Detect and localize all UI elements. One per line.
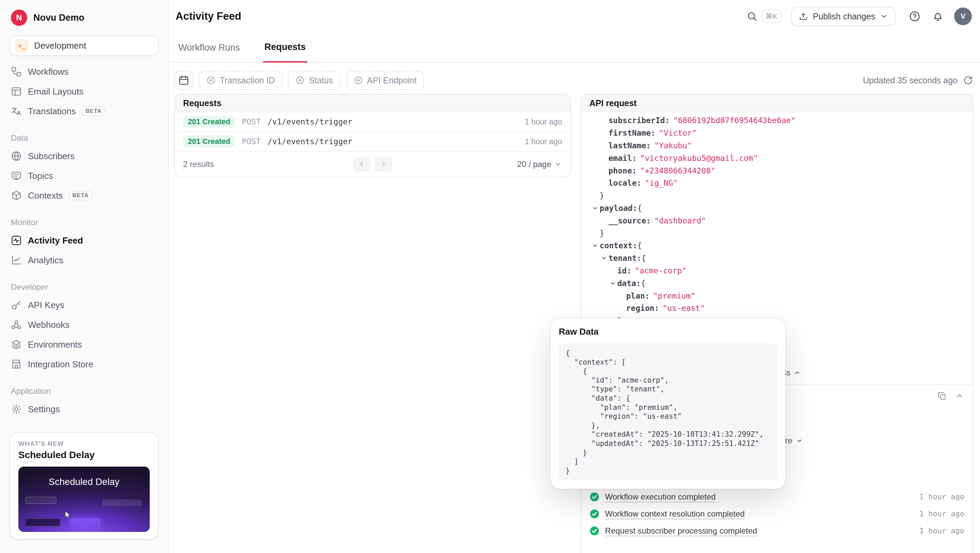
log-row: Workflow execution completed1 hour ago xyxy=(581,488,972,505)
terminal-icon: >_ xyxy=(15,39,29,52)
sidebar-item-label: Integration Store xyxy=(28,359,93,370)
collapse-section-button[interactable] xyxy=(955,391,964,400)
analytics-icon xyxy=(11,255,22,265)
beta-badge: BETA xyxy=(69,191,92,200)
whats-new-eyebrow: WHAT'S NEW xyxy=(18,440,150,448)
log-row: Workflow context resolution completed1 h… xyxy=(581,505,972,523)
chevron-down-icon[interactable] xyxy=(608,280,617,286)
filter-chip-api-endpoint[interactable]: API Endpoint xyxy=(346,71,424,90)
sidebar-item-label: Webhooks xyxy=(28,320,69,330)
sidebar-item-environments[interactable]: Environments xyxy=(0,335,168,354)
chevron-left-icon xyxy=(358,160,366,168)
table-row[interactable]: 201 CreatedPOST/v1/events/trigger1 hour … xyxy=(175,112,570,132)
activity-feed-icon xyxy=(11,235,22,246)
plus-circle-icon xyxy=(295,76,305,85)
page-size-select[interactable]: 20 / page xyxy=(517,159,562,169)
cursor-icon xyxy=(65,510,72,521)
next-page-button[interactable] xyxy=(375,157,392,172)
request-method: POST xyxy=(242,137,261,146)
workspace-switcher[interactable]: N Novu Demo xyxy=(0,0,168,31)
log-link[interactable]: Workflow context resolution completed xyxy=(605,509,745,519)
sidebar-item-translations[interactable]: TranslationsBETA xyxy=(0,101,168,121)
log-link[interactable]: Request subscriber processing completed xyxy=(605,526,757,536)
sidebar-item-settings[interactable]: Settings xyxy=(0,399,168,419)
search-button[interactable]: ⌘K xyxy=(746,10,782,23)
settings-icon xyxy=(11,404,22,415)
tab-workflow-runs[interactable]: Workflow Runs xyxy=(177,43,241,62)
beta-badge: BETA xyxy=(82,106,105,116)
sidebar-item-label: Subscribers xyxy=(28,151,75,162)
filter-chip-transaction-id[interactable]: Transaction ID xyxy=(199,71,282,90)
sidebar-item-label: Translations xyxy=(28,106,76,117)
integration-store-icon xyxy=(11,359,22,370)
sidebar-item-webhooks[interactable]: Webhooks xyxy=(0,315,168,335)
json-key: __source: xyxy=(608,216,651,225)
prev-page-button[interactable] xyxy=(353,157,371,172)
sidebar-item-activity-feed[interactable]: Activity Feed xyxy=(0,230,168,250)
log-link[interactable]: Workflow execution completed xyxy=(605,492,716,502)
email-layouts-icon xyxy=(11,86,22,97)
plus-circle-icon xyxy=(206,76,216,85)
requests-footer: 2 results 20 / page xyxy=(175,152,570,177)
chevron-down-icon[interactable] xyxy=(600,255,608,261)
json-line: email:"victoryakubu5@gmail.com" xyxy=(581,152,972,164)
json-key: email: xyxy=(608,154,637,162)
json-key: region: xyxy=(626,304,659,313)
refresh-button[interactable] xyxy=(963,75,973,85)
chevron-down-icon[interactable] xyxy=(591,205,600,211)
copy-icon xyxy=(937,391,947,400)
sidebar-item-label: Topics xyxy=(28,171,53,181)
json-brace: { xyxy=(641,279,646,288)
sidebar-item-analytics[interactable]: Analytics xyxy=(0,250,168,270)
thumbnail-decor xyxy=(70,518,100,526)
chevron-down-icon[interactable] xyxy=(591,243,600,249)
subscribers-icon xyxy=(11,151,22,162)
sidebar-item-workflows[interactable]: Workflows xyxy=(0,62,168,82)
novu-logo-icon: N xyxy=(11,10,27,26)
log-time: 1 hour ago xyxy=(920,526,964,535)
sidebar-item-api-keys[interactable]: API Keys xyxy=(0,295,168,315)
workflows-icon xyxy=(11,66,22,77)
raw-data-popover: Raw Data { "context": [ { "id": "acme-co… xyxy=(550,318,785,489)
json-line: } xyxy=(581,189,972,202)
api-keys-icon xyxy=(11,300,22,310)
json-brace: } xyxy=(600,191,605,200)
environment-switcher[interactable]: >_ Development xyxy=(10,35,159,56)
log-time: 1 hour ago xyxy=(920,510,964,518)
sidebar-item-topics[interactable]: Topics xyxy=(0,166,168,186)
sidebar-item-integration-store[interactable]: Integration Store xyxy=(0,354,168,374)
json-brace: { xyxy=(641,254,646,262)
json-line: data:{ xyxy=(581,277,972,289)
publish-changes-button[interactable]: Publish changes xyxy=(791,7,896,26)
sidebar-item-contexts[interactable]: ContextsBETA xyxy=(0,186,168,205)
json-value: "dashboard" xyxy=(654,216,706,225)
notifications-button[interactable] xyxy=(928,7,947,26)
whats-new-card[interactable]: WHAT'S NEW Scheduled Delay Scheduled Del… xyxy=(10,432,159,539)
log-row: Request subscriber processing completed1… xyxy=(581,523,972,539)
sidebar: N Novu Demo >_ Development WorkflowsEmai… xyxy=(0,0,169,553)
sidebar-item-subscribers[interactable]: Subscribers xyxy=(0,146,168,166)
json-value: "6806192bd87f6954643be6ae" xyxy=(673,116,795,125)
table-row[interactable]: 201 CreatedPOST/v1/events/trigger1 hour … xyxy=(175,132,570,152)
json-line: tenant:{ xyxy=(581,252,972,265)
filter-chip-label: Transaction ID xyxy=(220,76,275,85)
user-avatar[interactable]: V xyxy=(954,8,972,25)
sidebar-item-label: Analytics xyxy=(28,255,63,265)
json-value: "Victor" xyxy=(659,129,697,137)
chevron-down-icon xyxy=(796,437,803,444)
json-line: __source:"dashboard" xyxy=(581,214,972,227)
sidebar-item-label: Settings xyxy=(28,404,60,415)
whats-new-thumbnail[interactable]: Scheduled Delay xyxy=(18,467,150,532)
chevron-up-icon xyxy=(955,391,964,400)
filter-chips: Transaction IDStatusAPI Endpoint xyxy=(199,71,424,90)
date-filter-button[interactable] xyxy=(174,71,193,90)
tab-requests[interactable]: Requests xyxy=(263,42,307,63)
requests-panel-title: Requests xyxy=(175,95,570,112)
json-value: "ig_NG" xyxy=(645,178,678,188)
sidebar-item-email-layouts[interactable]: Email Layouts xyxy=(0,82,168,101)
help-button[interactable] xyxy=(905,7,924,26)
json-key: context: xyxy=(600,241,637,250)
filter-chip-status[interactable]: Status xyxy=(288,71,340,90)
results-count: 2 results xyxy=(183,159,214,169)
copy-button[interactable] xyxy=(937,391,947,400)
